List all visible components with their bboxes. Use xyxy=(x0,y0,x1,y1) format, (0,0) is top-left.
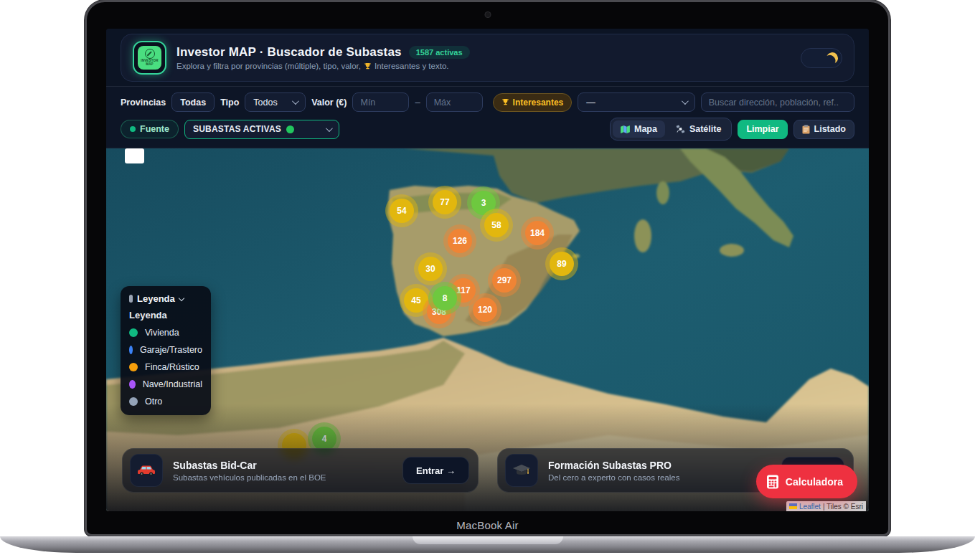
app-header: INVESTOR MAP Investor MAP · Buscador de … xyxy=(106,29,869,87)
legend-item: Vivienda xyxy=(129,328,202,338)
device-label: MacBook Air xyxy=(87,519,888,531)
green-circle-icon xyxy=(286,125,294,133)
valor-label: Valor (€) xyxy=(311,98,347,108)
green-dot-icon xyxy=(130,126,136,132)
app-logo-badge: INVESTOR MAP xyxy=(138,46,161,70)
valor-max-input[interactable] xyxy=(434,98,475,108)
map-zoom-control[interactable] xyxy=(125,148,144,163)
legend-item: Finca/Rústico xyxy=(129,362,202,372)
fuente-pill[interactable]: Fuente xyxy=(121,120,179,138)
legend-item: Otro xyxy=(129,397,202,407)
cluster-marker[interactable]: 77 xyxy=(433,190,457,214)
legend-dot-icon xyxy=(129,380,136,389)
cluster-marker[interactable]: 4 xyxy=(312,427,336,451)
tiles-credit: | Tiles © Esri xyxy=(823,503,863,511)
stage: INVESTOR MAP Investor MAP · Buscador de … xyxy=(0,0,975,560)
app-screen: INVESTOR MAP Investor MAP · Buscador de … xyxy=(106,29,869,511)
range-separator: – xyxy=(415,97,420,108)
search-field xyxy=(701,92,854,112)
cluster-marker[interactable]: 297 xyxy=(492,268,517,293)
cluster-marker[interactable]: 3 xyxy=(471,191,496,215)
clipboard-icon xyxy=(802,125,810,134)
app-logo: INVESTOR MAP xyxy=(133,41,166,75)
filter-row-2: Fuente SUBASTAS ACTIVAS Mapa xyxy=(121,118,854,141)
tipo-select[interactable]: Todos xyxy=(245,92,306,112)
macbook-base xyxy=(0,536,975,553)
graduation-cap-icon xyxy=(512,464,531,477)
entrar-button[interactable]: Entrar → xyxy=(402,457,469,484)
legend-item-label: Otro xyxy=(145,397,162,407)
promo-cards: Subastas Bid-Car Subastas vehículos publ… xyxy=(122,448,854,493)
sort-select[interactable]: — xyxy=(578,92,694,112)
legend-dot-icon xyxy=(129,328,138,337)
legend-item-label: Vivienda xyxy=(145,328,179,338)
calculator-icon xyxy=(766,475,779,489)
map-attribution: Leaflet | Tiles © Esri xyxy=(786,501,866,511)
car-icon xyxy=(137,464,156,477)
cluster-marker[interactable]: 30 xyxy=(418,257,443,281)
cluster-marker[interactable]: 120 xyxy=(473,298,497,322)
satellite-icon xyxy=(676,125,685,133)
legend-item: Garaje/Trastero xyxy=(129,345,202,355)
legend-dot-icon xyxy=(129,346,133,354)
promo-title: Formación Subastas PRO xyxy=(548,460,771,471)
cluster-marker[interactable]: 126 xyxy=(448,229,472,253)
legend-item-label: Nave/Industrial xyxy=(143,379,202,389)
trophy-icon xyxy=(501,98,509,106)
header-card: INVESTOR MAP Investor MAP · Buscador de … xyxy=(121,34,854,82)
promo-subtitle: Subastas vehículos publicadas en el BOE xyxy=(173,473,392,482)
legend-item-label: Finca/Rústico xyxy=(145,362,199,372)
promo-texts: Formación Subastas PRO Del cero a expert… xyxy=(548,460,771,482)
cluster-marker[interactable]: 89 xyxy=(550,252,574,276)
tipo-label: Tipo xyxy=(220,98,239,108)
car-icon-box xyxy=(130,454,163,487)
cluster-marker[interactable]: 58 xyxy=(484,213,509,237)
valor-min-input[interactable] xyxy=(360,98,401,108)
legend-dot-icon xyxy=(129,363,138,371)
cluster-marker[interactable]: 184 xyxy=(525,221,550,245)
search-input[interactable] xyxy=(709,98,847,108)
map-canvas[interactable]: Leyenda Leyenda ViviendaGaraje/TrasteroF… xyxy=(106,148,869,511)
legend-title: Leyenda xyxy=(129,310,202,321)
header-titles: Investor MAP · Buscador de Subastas 1587… xyxy=(176,45,791,70)
page-title: Investor MAP · Buscador de Subastas xyxy=(176,45,402,60)
listado-button[interactable]: Listado xyxy=(793,120,854,139)
cluster-marker[interactable]: 45 xyxy=(404,288,428,313)
legend-header[interactable]: Leyenda xyxy=(129,293,202,304)
provincias-button[interactable]: Todas xyxy=(171,92,215,112)
legend-items: ViviendaGaraje/TrasteroFinca/RústicoNave… xyxy=(129,328,202,407)
ukraine-flag-icon xyxy=(789,503,797,509)
limpiar-button[interactable]: Limpiar xyxy=(738,120,787,139)
promo-card-bidcar[interactable]: Subastas Bid-Car Subastas vehículos publ… xyxy=(122,448,479,493)
webcam-dot xyxy=(485,12,490,17)
map-icon xyxy=(621,125,630,133)
filter-row-1: Provincias Todas Tipo Todos Valor (€) – xyxy=(121,92,854,112)
macbook-frame: INVESTOR MAP Investor MAP · Buscador de … xyxy=(85,0,890,536)
cluster-marker[interactable]: 8 xyxy=(433,286,457,310)
map-view-button[interactable]: Mapa xyxy=(613,120,665,138)
valor-min-field xyxy=(352,92,409,112)
macbook-base-notch xyxy=(413,536,563,544)
calculadora-button[interactable]: Calculadora xyxy=(756,465,857,498)
fuente-select[interactable]: SUBASTAS ACTIVAS xyxy=(184,120,339,139)
promo-title: Subastas Bid-Car xyxy=(173,460,392,471)
legend-dot-icon xyxy=(129,397,138,406)
valor-max-field xyxy=(426,92,483,112)
view-switcher: Mapa Satélite xyxy=(610,118,732,141)
interesantes-toggle[interactable]: Interesantes xyxy=(493,93,573,112)
theme-toggle[interactable] xyxy=(801,48,842,68)
cluster-marker[interactable]: 54 xyxy=(390,199,414,223)
chevron-down-icon xyxy=(326,125,333,132)
legend-item: Nave/Industrial xyxy=(129,379,202,389)
leaflet-link[interactable]: Leaflet xyxy=(799,503,821,511)
promo-texts: Subastas Bid-Car Subastas vehículos publ… xyxy=(173,460,392,482)
trophy-icon xyxy=(364,62,372,70)
compass-icon xyxy=(145,49,155,59)
filter-bar: Provincias Todas Tipo Todos Valor (€) – xyxy=(106,87,869,148)
satellite-view-button[interactable]: Satélite xyxy=(668,120,729,138)
pin-icon xyxy=(129,295,133,303)
page-subtitle: Explora y filtra por provincias (múltipl… xyxy=(176,62,791,70)
logo-text: INVESTOR MAP xyxy=(138,60,161,67)
graduation-icon-box xyxy=(505,454,538,487)
chevron-down-icon xyxy=(292,98,299,105)
